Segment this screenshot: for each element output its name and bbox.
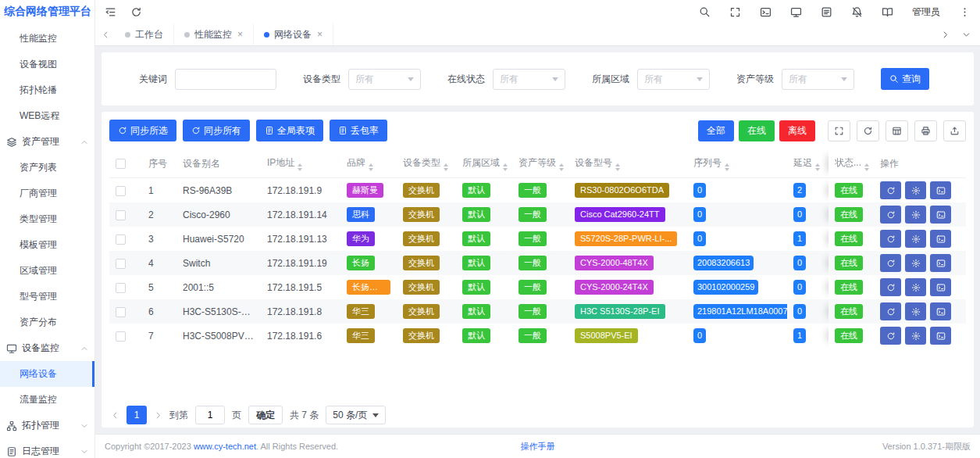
column-header-level[interactable]: 资产等级 — [512, 149, 568, 178]
search-icon[interactable] — [699, 6, 711, 18]
filter-select-1[interactable]: 所有 — [493, 69, 565, 90]
sidebar-item-0[interactable]: 性能监控 — [0, 26, 94, 52]
column-header-serial[interactable]: 序列号 — [687, 149, 787, 178]
book-icon[interactable] — [882, 6, 893, 18]
terminal-icon[interactable] — [760, 6, 772, 18]
select-all-checkbox[interactable] — [116, 159, 126, 169]
sort-icon[interactable] — [615, 163, 620, 171]
keyword-input[interactable] — [175, 69, 276, 90]
confirm-page-button[interactable]: 确定 — [248, 406, 283, 424]
monitor-icon[interactable] — [790, 6, 802, 18]
row-action-terminal-button[interactable] — [930, 181, 951, 199]
search-button[interactable]: 查询 — [881, 68, 929, 90]
refresh-icon[interactable] — [857, 120, 879, 141]
row-action-terminal-button[interactable] — [930, 230, 951, 248]
website-link[interactable]: www.cy-tech.net — [194, 442, 256, 451]
row-action-gear-button[interactable] — [905, 302, 926, 320]
sidebar-group-16[interactable]: 日志管理 — [0, 438, 94, 458]
bell-muted-icon[interactable] — [851, 6, 863, 18]
status-filter-0[interactable]: 全部 — [698, 120, 734, 141]
list-icon[interactable] — [821, 6, 832, 18]
sidebar-item-14[interactable]: 流量监控 — [0, 387, 94, 413]
row-action-sync-button[interactable] — [880, 327, 901, 345]
export-icon[interactable] — [943, 120, 966, 141]
row-action-terminal-button[interactable] — [930, 278, 951, 296]
toolbar-button-1[interactable]: 同步所有 — [183, 120, 250, 141]
toolbar-button-2[interactable]: 全局表项 — [256, 120, 323, 141]
row-action-gear-button[interactable] — [905, 206, 926, 224]
table-scroll-area[interactable]: 序号设备别名IP地址品牌设备类型所属区域资产等级设备型号序列号延迟温度CPU内存… — [109, 149, 966, 398]
column-header-region[interactable]: 所属区域 — [456, 149, 512, 178]
sidebar-item-5[interactable]: 资产列表 — [0, 155, 94, 181]
column-header-delay[interactable]: 延迟 — [787, 149, 828, 178]
toolbar-button-0[interactable]: 同步所选 — [109, 120, 176, 141]
row-action-terminal-button[interactable] — [930, 254, 951, 272]
prev-page-icon[interactable] — [111, 411, 119, 420]
filter-select-3[interactable]: 所有 — [782, 69, 854, 90]
sort-icon[interactable] — [503, 163, 508, 171]
status-filter-1[interactable]: 在线 — [739, 120, 775, 141]
manual-link[interactable]: 操作手册 — [521, 441, 555, 453]
row-action-gear-button[interactable] — [905, 254, 926, 272]
row-action-gear-button[interactable] — [905, 230, 926, 248]
tab-2[interactable]: 网络设备× — [254, 23, 333, 45]
refresh-icon[interactable] — [130, 6, 142, 18]
sort-icon[interactable] — [559, 163, 564, 171]
sidebar-item-8[interactable]: 模板管理 — [0, 232, 94, 258]
row-action-sync-button[interactable] — [880, 302, 901, 320]
sidebar-group-12[interactable]: 设备监控 — [0, 335, 94, 361]
row-action-terminal-button[interactable] — [930, 327, 951, 345]
row-action-sync-button[interactable] — [880, 206, 901, 224]
sidebar-item-9[interactable]: 区域管理 — [0, 258, 94, 284]
row-action-gear-button[interactable] — [905, 181, 926, 199]
column-header-model[interactable]: 设备型号 — [568, 149, 687, 178]
row-action-gear-button[interactable] — [905, 278, 926, 296]
sort-icon[interactable] — [444, 163, 448, 171]
expand-icon[interactable] — [828, 120, 850, 141]
row-checkbox[interactable] — [116, 234, 126, 245]
sidebar-item-1[interactable]: 设备视图 — [0, 52, 94, 77]
tab-1[interactable]: 性能监控× — [174, 23, 254, 45]
tabs-scroll-right-icon[interactable] — [941, 30, 950, 39]
page-size-select[interactable]: 50 条/页 — [326, 406, 386, 424]
row-checkbox[interactable] — [116, 210, 126, 220]
row-action-terminal-button[interactable] — [930, 206, 951, 224]
tab-0[interactable]: 工作台 — [115, 23, 174, 45]
page-number-button[interactable]: 1 — [127, 406, 147, 424]
row-action-sync-button[interactable] — [880, 278, 901, 296]
sort-icon[interactable] — [864, 163, 869, 171]
column-header-status[interactable]: 状态... — [829, 149, 874, 178]
row-action-sync-button[interactable] — [880, 230, 901, 248]
sidebar-group-4[interactable]: 资产管理 — [0, 129, 94, 155]
sidebar-item-6[interactable]: 厂商管理 — [0, 181, 94, 206]
sidebar-item-11[interactable]: 资产分布 — [0, 310, 94, 335]
row-checkbox[interactable] — [116, 186, 126, 196]
sidebar-group-15[interactable]: 拓扑管理 — [0, 413, 94, 438]
column-header-brand[interactable]: 品牌 — [340, 149, 397, 178]
sort-icon[interactable] — [725, 163, 729, 171]
sort-icon[interactable] — [815, 163, 820, 171]
tabs-scroll-left-icon[interactable] — [102, 30, 110, 39]
sidebar-item-10[interactable]: 型号管理 — [0, 284, 94, 310]
row-checkbox[interactable] — [116, 259, 126, 269]
sidebar-item-3[interactable]: WEB远程 — [0, 103, 94, 129]
row-action-sync-button[interactable] — [880, 181, 901, 199]
next-page-icon[interactable] — [154, 411, 162, 420]
collapse-menu-icon[interactable] — [105, 6, 116, 18]
tabs-menu-chevron-down-icon[interactable] — [962, 30, 971, 39]
filter-select-2[interactable]: 所有 — [637, 69, 710, 90]
row-checkbox[interactable] — [116, 307, 126, 317]
sort-icon[interactable] — [369, 163, 373, 171]
more-icon[interactable] — [959, 6, 971, 18]
row-action-gear-button[interactable] — [905, 327, 926, 345]
filter-select-0[interactable]: 所有 — [348, 69, 421, 90]
column-header-type[interactable]: 设备类型 — [397, 149, 456, 178]
tab-close-icon[interactable]: × — [317, 30, 323, 39]
goto-page-input[interactable] — [195, 406, 225, 424]
printer-icon[interactable] — [914, 120, 937, 141]
sidebar-item-2[interactable]: 拓扑轮播 — [0, 77, 94, 103]
columns-icon[interactable] — [886, 120, 908, 141]
row-checkbox[interactable] — [116, 331, 126, 342]
user-menu[interactable]: 管理员 — [912, 5, 940, 19]
column-header-ip[interactable]: IP地址 — [261, 149, 340, 178]
